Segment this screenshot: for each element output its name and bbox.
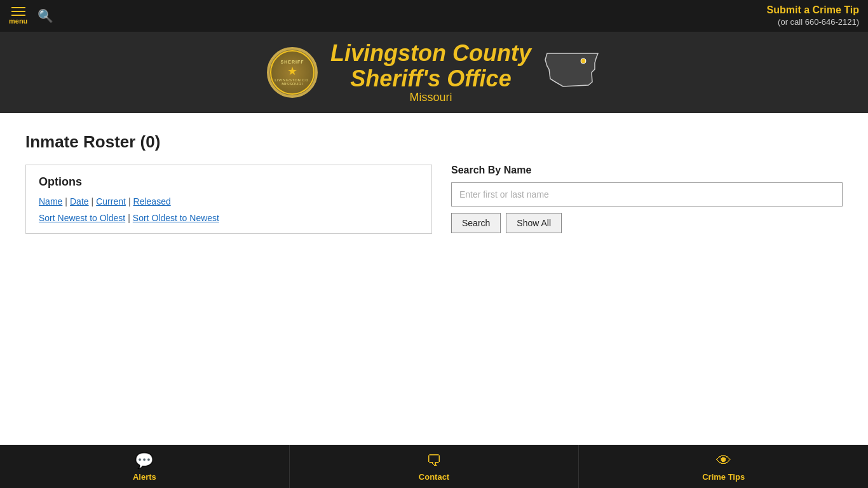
options-title: Options: [39, 175, 419, 189]
filter-released-link[interactable]: Released: [133, 196, 171, 207]
hamburger-icon: [11, 7, 25, 16]
badge-text-state: MISSOURI: [281, 82, 303, 86]
search-button[interactable]: Search: [451, 213, 501, 233]
page-title: Inmate Roster (0): [25, 132, 843, 152]
options-links: Name | Date | Current | Released: [39, 196, 419, 207]
call-info: (or call 660-646-2121): [778, 17, 859, 27]
submit-crime-tip-link[interactable]: Submit a Crime Tip: [766, 4, 859, 16]
badge-text-top: SHERIFF: [281, 60, 304, 64]
filter-name-link[interactable]: Name: [39, 196, 62, 207]
sort-links: Sort Newest to Oldest | Sort Oldest to N…: [39, 213, 419, 223]
alerts-label: Alerts: [133, 472, 156, 482]
footer-alerts[interactable]: 💬 Alerts: [0, 445, 290, 488]
missouri-map: [544, 47, 601, 98]
badge-star-icon: ★: [287, 64, 297, 78]
header-title: Livingston County Sheriff's Office Misso…: [330, 41, 531, 104]
crime-tips-label: Crime Tips: [702, 472, 745, 482]
sort-oldest-link[interactable]: Sort Oldest to Newest: [133, 213, 219, 223]
header-title-line1: Livingston County Sheriff's Office: [330, 41, 531, 91]
menu-label: menu: [9, 17, 27, 25]
menu-button[interactable]: menu: [9, 7, 27, 25]
filter-date-link[interactable]: Date: [70, 196, 89, 207]
show-all-button[interactable]: Show All: [506, 213, 562, 233]
badge-inner: SHERIFF ★ LIVINGSTON CO. MISSOURI: [270, 50, 315, 95]
footer-crime-tips[interactable]: 👁 Crime Tips: [579, 445, 868, 488]
search-panel: Search By Name Search Show All: [451, 165, 843, 233]
contact-label: Contact: [419, 472, 449, 482]
main-content: Inmate Roster (0) Options Name | Date | …: [0, 113, 868, 253]
sort-newest-link[interactable]: Sort Newest to Oldest: [39, 213, 125, 223]
search-by-name-label: Search By Name: [451, 165, 843, 176]
alerts-icon: 💬: [135, 452, 154, 470]
search-icon[interactable]: 🔍: [37, 8, 53, 24]
top-navigation: menu 🔍 Submit a Crime Tip (or call 660-6…: [0, 0, 868, 32]
sheriff-badge: SHERIFF ★ LIVINGSTON CO. MISSOURI: [267, 47, 318, 98]
name-search-input[interactable]: [451, 182, 843, 207]
search-buttons: Search Show All: [451, 213, 843, 233]
header-banner: SHERIFF ★ LIVINGSTON CO. MISSOURI Living…: [0, 32, 868, 113]
nav-left: menu 🔍: [9, 7, 53, 25]
crime-tips-icon: 👁: [716, 452, 731, 470]
contact-icon: 🗨: [426, 452, 442, 470]
options-box: Options Name | Date | Current | Released…: [25, 165, 432, 234]
footer-contact[interactable]: 🗨 Contact: [290, 445, 580, 488]
svg-point-3: [581, 58, 586, 64]
nav-right: Submit a Crime Tip (or call 660-646-2121…: [766, 4, 859, 27]
footer: 💬 Alerts 🗨 Contact 👁 Crime Tips: [0, 445, 868, 488]
filter-current-link[interactable]: Current: [96, 196, 126, 207]
header-title-line3: Missouri: [409, 91, 452, 104]
content-grid: Options Name | Date | Current | Released…: [25, 165, 843, 234]
